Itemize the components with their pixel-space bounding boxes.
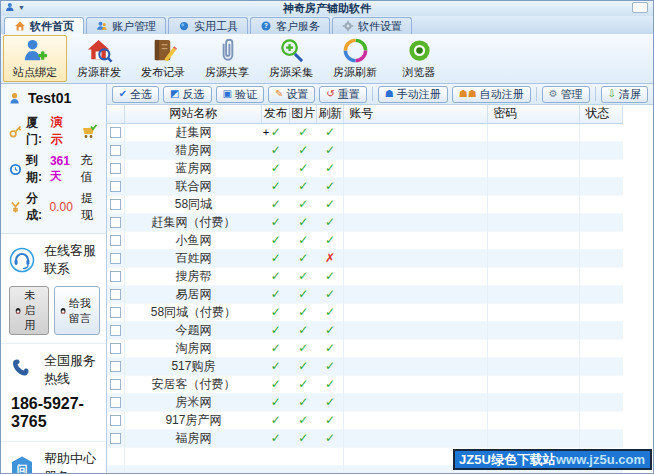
publish-mark: ✓ [262, 285, 290, 303]
row-checkbox-cell [107, 411, 125, 429]
tool-listing-collect[interactable]: 房源采集 [259, 35, 323, 82]
verify-button[interactable]: ▣验证 [216, 86, 264, 103]
status-cell [580, 411, 623, 429]
tab-customer-service[interactable]: ? 客户服务 [250, 17, 330, 34]
auto-register-button[interactable]: ☗☗自动注册 [452, 86, 531, 103]
tool-listing-refresh[interactable]: 房源刷新 [323, 35, 387, 82]
account-cell [344, 357, 488, 375]
table-row[interactable]: 蓝房网 ✓ ✓ ✓ [107, 159, 623, 177]
check-ok-icon: ✓ [325, 395, 335, 409]
qq-status-button[interactable]: 未启用 [9, 286, 49, 335]
refresh-mark: ✓ [317, 429, 344, 447]
row-checkbox[interactable] [110, 181, 121, 192]
window-control-button[interactable] [632, 2, 648, 13]
table-row[interactable]: 福房网 ✓ ✓ ✓ [107, 429, 623, 447]
table-row[interactable]: 安居客（付费） ✓ ✓ ✓ [107, 375, 623, 393]
header-image[interactable]: 图片 [290, 105, 317, 123]
table-row[interactable]: 今题网 ✓ ✓ ✓ [107, 321, 623, 339]
row-checkbox[interactable] [110, 199, 121, 210]
row-checkbox[interactable] [110, 397, 121, 408]
check-ok-icon: ✓ [298, 287, 308, 301]
site-table: 网站名称 发布 图片 刷新 账号 密码 状态 赶集网 ✓ ✓ ✓ [107, 105, 653, 473]
cart-icon[interactable] [81, 124, 98, 139]
row-checkbox[interactable] [110, 145, 121, 156]
tab-software-home[interactable]: 软件首页 [4, 17, 84, 34]
clear-screen-button[interactable]: ⇩清屏 [601, 86, 648, 103]
header-refresh[interactable]: 刷新 [317, 105, 344, 123]
table-row[interactable]: 赶集网（付费） ✓ ✓ ✓ [107, 213, 623, 231]
recharge-link[interactable]: 充值 [81, 152, 98, 186]
account-cell [344, 177, 488, 195]
table-row[interactable]: 搜房帮 ✓ ✓ ✓ [107, 267, 623, 285]
table-row[interactable]: 917房产网 ✓ ✓ ✓ [107, 411, 623, 429]
leave-message-button[interactable]: 给我留言 [54, 286, 100, 335]
table-row[interactable]: 58同城 ✓ ✓ ✓ [107, 195, 623, 213]
row-checkbox-cell [107, 429, 125, 447]
sidebar: Test01 厦门: 演示 到期: 361天 充值 [1, 84, 107, 473]
row-checkbox[interactable] [110, 307, 121, 318]
publish-mark: ✓ [262, 177, 290, 195]
table-row[interactable]: 联合网 ✓ ✓ ✓ [107, 177, 623, 195]
image-mark: ✓ [290, 411, 317, 429]
share-label: 分成: [26, 190, 46, 224]
check-ok-icon: ✓ [298, 143, 308, 157]
main-toolbar: 站点绑定 房源群发 发布记录 房源共享 房源采集 房源刷新 浏览器 [1, 34, 653, 84]
tab-software-settings[interactable]: 软件设置 [332, 17, 412, 34]
invert-selection-button[interactable]: ◩反选 [163, 86, 211, 103]
check-ok-icon: ✓ [298, 323, 308, 337]
check-ok-icon: ✓ [271, 323, 281, 337]
manage-button[interactable]: ⚙管理 [542, 86, 590, 103]
tab-account-management[interactable]: 账户管理 [86, 17, 166, 34]
select-all-button[interactable]: ✔全选 [112, 86, 159, 103]
header-password[interactable]: 密码 [488, 105, 580, 123]
table-row[interactable]: 517购房 ✓ ✓ ✓ [107, 357, 623, 375]
online-service-title: 在线客服联系 [44, 242, 100, 278]
row-checkbox[interactable] [110, 271, 121, 282]
row-checkbox[interactable] [110, 253, 121, 264]
row-checkbox[interactable] [110, 433, 121, 444]
table-row[interactable]: 赶集网 ✓ ✓ ✓ [107, 123, 623, 141]
site-bind-icon [22, 37, 49, 64]
gear-icon: ⚙ [549, 89, 558, 99]
table-row[interactable]: 小鱼网 ✓ ✓ ✓ [107, 231, 623, 249]
row-checkbox-cell [107, 213, 125, 231]
tool-browser[interactable]: 浏览器 [387, 35, 451, 82]
table-row[interactable]: 58同城（付费） ✓ ✓ ✓ [107, 303, 623, 321]
user-info-panel: Test01 厦门: 演示 到期: 361天 充值 [1, 84, 106, 234]
row-checkbox[interactable] [110, 415, 121, 426]
table-row[interactable]: 百姓网 ✓ ✓ ✗ [107, 249, 623, 267]
header-publish[interactable]: 发布 [262, 105, 290, 123]
row-checkbox[interactable] [110, 163, 121, 174]
row-checkbox[interactable] [110, 343, 121, 354]
row-checkbox[interactable] [110, 217, 121, 228]
tool-site-binding[interactable]: 站点绑定 [3, 35, 67, 82]
table-row[interactable]: 房米网 ✓ ✓ ✓ [107, 393, 623, 411]
tool-publish-records[interactable]: 发布记录 [131, 35, 195, 82]
manual-register-button[interactable]: ☗手动注册 [378, 86, 448, 103]
site-name: 赶集网 [125, 123, 262, 141]
image-mark: ✓ [290, 159, 317, 177]
row-checkbox[interactable] [110, 361, 121, 372]
tool-listing-share[interactable]: 房源共享 [195, 35, 259, 82]
row-checkbox[interactable] [110, 127, 121, 138]
publish-mark: ✓ [262, 195, 290, 213]
withdraw-link[interactable]: 提现 [81, 190, 98, 224]
header-status[interactable]: 状态 [580, 105, 623, 123]
header-account[interactable]: 账号 [344, 105, 488, 123]
invert-icon: ◩ [170, 89, 179, 99]
row-checkbox[interactable] [110, 235, 121, 246]
watermark-link[interactable]: JZ5U绿色下载站 www.jz5u.com [453, 449, 652, 470]
tab-utilities[interactable]: 实用工具 [168, 17, 248, 34]
image-mark: ✓ [290, 375, 317, 393]
tool-bulk-send[interactable]: 房源群发 [67, 35, 131, 82]
row-checkbox[interactable] [110, 325, 121, 336]
reset-button[interactable]: ↺重置 [319, 86, 366, 103]
table-row[interactable]: 淘房网 ✓ ✓ ✓ [107, 339, 623, 357]
row-checkbox[interactable] [110, 289, 121, 300]
row-checkbox[interactable] [110, 379, 121, 390]
table-row[interactable]: 易居网 ✓ ✓ ✓ [107, 285, 623, 303]
bulk-send-icon [86, 37, 113, 64]
settings-button[interactable]: ✎设置 [268, 86, 315, 103]
header-site-name[interactable]: 网站名称 [125, 105, 262, 123]
table-row[interactable]: 猎房网 ✓ ✓ ✓ [107, 141, 623, 159]
